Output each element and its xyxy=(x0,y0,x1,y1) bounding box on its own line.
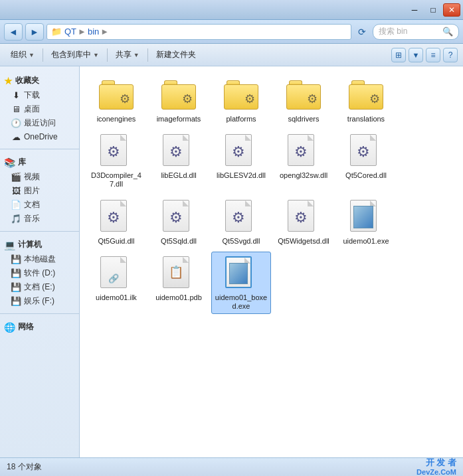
dll-icon-qt5svg: ⚙ xyxy=(223,198,260,236)
image-icon: 🖼 xyxy=(11,186,21,197)
list-item[interactable]: uidemo01.exe xyxy=(336,195,396,249)
list-item[interactable]: ⚙ Qt5Svgd.dll xyxy=(211,195,271,249)
list-item[interactable]: ⚙ imageformats xyxy=(149,73,209,127)
music-label: 音乐 xyxy=(24,213,40,224)
onedrive-icon: ☁ xyxy=(11,131,21,142)
forward-button[interactable]: ► xyxy=(25,23,44,40)
list-item[interactable]: ⚙ Qt5Widgetsd.dll xyxy=(274,195,333,249)
view-toggle-button[interactable]: ⊞ xyxy=(391,48,406,62)
organize-button[interactable]: 组织 ▼ xyxy=(5,46,40,64)
share-button[interactable]: 共享 ▼ xyxy=(110,46,145,64)
video-label: 视频 xyxy=(24,171,40,183)
list-item[interactable]: ⚙ Qt5Sqld.dll xyxy=(149,195,209,249)
computer-header[interactable]: 💻 计算机 xyxy=(0,237,79,252)
maximize-button[interactable]: □ xyxy=(424,3,442,17)
library-button[interactable]: 包含到库中 ▼ xyxy=(46,46,104,64)
status-count: 18 个对象 xyxy=(7,461,42,473)
toolbar-div2 xyxy=(107,48,108,62)
library-header[interactable]: 📚 库 xyxy=(0,155,79,170)
list-item[interactable]: ⚙ platforms xyxy=(211,73,271,127)
folder-gear-icon: ⚙ xyxy=(182,92,193,106)
dll-gear-icon: ⚙ xyxy=(169,143,183,161)
list-item[interactable]: ⚙ Qt5Guid.dll xyxy=(86,195,146,249)
list-item[interactable]: ⚙ libGLESV2d.dll xyxy=(211,129,271,192)
dll-icon-libegl: ⚙ xyxy=(160,133,197,170)
path-bin[interactable]: bin xyxy=(88,27,99,37)
entertainment-disk-icon: 💾 xyxy=(11,296,21,307)
network-header[interactable]: 🌐 网络 xyxy=(0,319,79,335)
ilk-icon-uidemo01: 🔗 xyxy=(98,255,135,292)
refresh-button[interactable]: ⟳ xyxy=(354,24,370,40)
sidebar-item-desktop[interactable]: 🖥 桌面 xyxy=(0,102,79,116)
network-section: 🌐 网络 xyxy=(0,317,79,337)
recent-label: 最近访问 xyxy=(24,118,56,129)
sidebar-item-local-disk[interactable]: 💾 本地磁盘 xyxy=(0,252,79,266)
sidebar-item-doc-disk[interactable]: 💾 文档 (E:) xyxy=(0,280,79,294)
watermark-line2: DevZe.CoM xyxy=(417,468,456,476)
list-item[interactable]: ⚙ D3Dcompiler_47.dll xyxy=(86,129,146,192)
desktop-label: 桌面 xyxy=(24,104,40,115)
search-box[interactable]: 搜索 bin 🔍 xyxy=(373,24,459,40)
sidebar-item-recent[interactable]: 🕐 最近访问 xyxy=(0,116,79,130)
list-item[interactable]: 🔗 uidemo01.ilk xyxy=(86,252,146,314)
newfolder-label: 新建文件夹 xyxy=(156,49,196,60)
favorites-header[interactable]: ★ 收藏夹 xyxy=(0,73,79,88)
sidebar-item-video[interactable]: 🎬 视频 xyxy=(0,170,79,184)
dll-icon-qt5core: ⚙ xyxy=(347,133,385,170)
library-label: 包含到库中 xyxy=(51,49,91,60)
library-section: 📚 库 🎬 视频 🖼 图片 📄 文档 🎵 音乐 xyxy=(0,152,79,228)
sidebar-item-image[interactable]: 🖼 图片 xyxy=(0,184,79,198)
view-chevron-button[interactable]: ▼ xyxy=(409,48,423,62)
folder-icon-platforms: ⚙ xyxy=(223,76,260,114)
file-name: Qt5Svgd.dll xyxy=(223,237,260,246)
addressbar: ◄ ► 📁 QT ► bin ► ⟳ 搜索 bin 🔍 xyxy=(0,20,463,44)
list-item[interactable]: 📋 uidemo01.pdb xyxy=(149,252,209,314)
sidebar-div3 xyxy=(0,313,79,314)
close-button[interactable]: ✕ xyxy=(443,3,460,17)
local-disk-icon: 💾 xyxy=(11,254,21,265)
sidebar-div2 xyxy=(0,231,79,232)
sidebar-item-onedrive[interactable]: ☁ OneDrive xyxy=(0,130,79,143)
sidebar-item-download[interactable]: ⬇ 下载 xyxy=(0,88,79,102)
desktop-icon: 🖥 xyxy=(11,104,21,115)
list-item[interactable]: ⚙ opengl32sw.dll xyxy=(274,129,333,192)
newfolder-button[interactable]: 新建文件夹 xyxy=(151,46,201,64)
sidebar-item-music[interactable]: 🎵 音乐 xyxy=(0,212,79,226)
list-item[interactable]: ⚙ translations xyxy=(336,73,396,127)
list-item[interactable]: ⚙ sqldrivers xyxy=(274,73,333,127)
list-item[interactable]: ⚙ libEGLd.dll xyxy=(149,129,209,192)
dll-gear-icon: ⚙ xyxy=(107,143,120,161)
help-button[interactable]: ? xyxy=(443,48,458,62)
path-root[interactable]: QT xyxy=(64,27,76,37)
file-name: Qt5Widgetsd.dll xyxy=(278,237,329,246)
list-item[interactable]: uidemo01_boxed.exe xyxy=(211,252,271,314)
computer-label: 计算机 xyxy=(18,239,42,250)
file-name: libGLESV2d.dll xyxy=(217,171,266,180)
list-item[interactable]: ⚙ iconengines xyxy=(86,73,146,127)
dll-icon-qt5sql: ⚙ xyxy=(160,198,197,236)
recent-icon: 🕐 xyxy=(11,118,21,129)
back-button[interactable]: ◄ xyxy=(4,23,23,40)
folder-gear-icon: ⚙ xyxy=(120,92,130,106)
dll-gear-icon: ⚙ xyxy=(357,143,370,161)
details-view-button[interactable]: ≡ xyxy=(426,48,440,62)
file-area[interactable]: ⚙ iconengines ⚙ imageformats xyxy=(80,66,463,457)
sidebar-item-entertainment-disk[interactable]: 💾 娱乐 (F:) xyxy=(0,294,79,308)
minimize-button[interactable]: ─ xyxy=(406,3,423,17)
music-icon: 🎵 xyxy=(11,214,21,224)
sidebar-item-software-disk[interactable]: 💾 软件 (D:) xyxy=(0,266,79,280)
toolbar: 组织 ▼ 包含到库中 ▼ 共享 ▼ 新建文件夹 ⊞ ▼ ≡ ? xyxy=(0,44,463,66)
local-disk-label: 本地磁盘 xyxy=(24,254,56,265)
path-sep2: ► xyxy=(100,27,109,37)
doc-icon: 📄 xyxy=(11,200,21,210)
address-path[interactable]: 📁 QT ► bin ► xyxy=(46,24,351,40)
titlebar: ─ □ ✕ xyxy=(0,0,463,20)
network-icon: 🌐 xyxy=(4,322,15,333)
list-item[interactable]: ⚙ Qt5Cored.dll xyxy=(336,129,396,192)
statusbar: 18 个对象 开 发 者 DevZe.CoM xyxy=(0,457,463,476)
sidebar: ★ 收藏夹 ⬇ 下载 🖥 桌面 🕐 最近访问 ☁ OneDrive xyxy=(0,66,80,457)
file-name: libEGLd.dll xyxy=(161,171,196,180)
sidebar-item-doc[interactable]: 📄 文档 xyxy=(0,198,79,212)
main-area: ★ 收藏夹 ⬇ 下载 🖥 桌面 🕐 最近访问 ☁ OneDrive xyxy=(0,66,463,457)
favorites-section: ★ 收藏夹 ⬇ 下载 🖥 桌面 🕐 最近访问 ☁ OneDrive xyxy=(0,70,79,146)
